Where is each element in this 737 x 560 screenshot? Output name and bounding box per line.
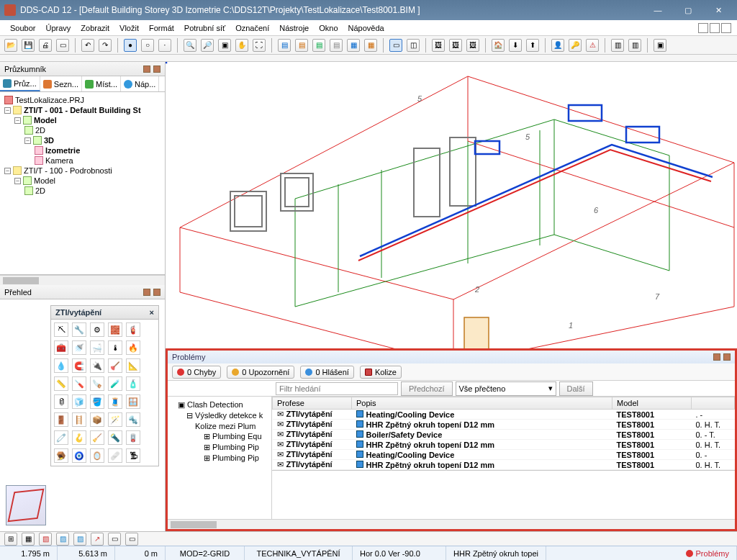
palette-tool-9[interactable]: 🔥	[126, 340, 140, 355]
tool-img2-icon[interactable]: 🖼	[449, 39, 462, 52]
tool-select-point-icon[interactable]: ·	[158, 39, 171, 52]
close-icon[interactable]: ×	[150, 308, 154, 317]
menu-insert[interactable]: Vložit	[115, 22, 143, 34]
palette-tool-18[interactable]: 🧪	[108, 376, 122, 391]
collision-tree[interactable]: ▣ Clash Detection ⊟ Výsledky detekce k K…	[168, 397, 272, 519]
tool-select-sphere-icon[interactable]: ●	[124, 39, 137, 52]
tool-person-icon[interactable]: 👤	[551, 39, 564, 52]
tree-collapse-icon[interactable]: −	[14, 178, 21, 184]
tool-key-icon[interactable]: 🔑	[569, 39, 582, 52]
palette-tool-37[interactable]: 🪞	[90, 448, 104, 463]
tool-zoom-region-icon[interactable]: ▣	[218, 39, 231, 52]
bt-axis-icon[interactable]: ↗	[91, 533, 104, 546]
tool-last-icon[interactable]: ▣	[654, 39, 666, 52]
filter-info[interactable]: 0 Hlášení	[300, 366, 353, 379]
palette-tool-23[interactable]: 🧵	[108, 394, 122, 409]
tool-layer1-icon[interactable]: ▤	[278, 39, 291, 52]
tree-collapse-icon[interactable]: −	[4, 107, 11, 114]
palette-tool-13[interactable]: 🪠	[108, 358, 122, 373]
palette-tool-21[interactable]: 🧊	[72, 394, 86, 409]
tree-collapse-icon[interactable]: −	[14, 117, 21, 124]
bt-view3-icon[interactable]: ▨	[73, 533, 86, 546]
palette-tool-34[interactable]: 🪫	[126, 430, 140, 445]
tool-open-icon[interactable]: 📂	[4, 39, 17, 52]
tool-save-icon[interactable]: 💾	[22, 39, 35, 52]
palette-tool-17[interactable]: 🪚	[90, 376, 104, 391]
tool-layer3-icon[interactable]: ▤	[312, 39, 325, 52]
minimize-button[interactable]: —	[643, 1, 672, 19]
menu-edit[interactable]: Úpravy	[41, 22, 75, 34]
explorer-tab-list[interactable]: Sezn...	[40, 76, 82, 91]
panel-pin-icon[interactable]	[713, 353, 720, 361]
tool-layer6-icon[interactable]: ▦	[364, 39, 377, 52]
palette-tool-4[interactable]: 🧯	[126, 322, 140, 337]
tool-layer5-icon[interactable]: ▦	[347, 39, 360, 52]
palette-tool-36[interactable]: 🧿	[72, 448, 86, 463]
palette-tool-3[interactable]: 🧱	[108, 322, 122, 337]
menu-mark[interactable]: Označení	[231, 22, 273, 34]
iso-thumbnail[interactable]	[6, 485, 46, 525]
explorer-tab-rooms[interactable]: Míst...	[82, 76, 121, 91]
explorer-tab-help[interactable]: Náp...	[121, 76, 159, 91]
tool-layer4-icon[interactable]: ▤	[330, 39, 343, 52]
bt-extra1-icon[interactable]: ▭	[108, 533, 121, 546]
menu-format[interactable]: Formát	[145, 22, 178, 34]
tool-pan-icon[interactable]: ✋	[235, 39, 248, 52]
table-row[interactable]: ZTI/vytápěníBoiler/Safety DeviceTEST8001…	[273, 430, 735, 440]
palette-tool-26[interactable]: 🪜	[72, 412, 86, 427]
palette-tool-22[interactable]: 🪣	[90, 394, 104, 409]
menu-view[interactable]: Zobrazit	[76, 22, 114, 34]
palette-tool-1[interactable]: 🔧	[72, 322, 86, 337]
read-combo[interactable]: Vše přečteno▾	[456, 381, 556, 396]
palette-tool-10[interactable]: 💧	[54, 358, 68, 373]
palette-tool-25[interactable]: 🚪	[54, 412, 68, 427]
palette-tool-27[interactable]: 📦	[90, 412, 104, 427]
prev-button[interactable]: Předchozí	[401, 381, 453, 396]
close-button[interactable]: ✕	[704, 1, 733, 19]
palette-tool-19[interactable]: 🧴	[126, 376, 140, 391]
menu-help[interactable]: Nápověda	[344, 22, 389, 34]
filter-warnings[interactable]: 0 Upozornění	[227, 366, 294, 379]
table-row[interactable]: ZTI/vytápěníHHR Zpětný okruh topení D12 …	[273, 440, 735, 450]
palette-tool-15[interactable]: 📏	[54, 376, 68, 391]
palette-tool-39[interactable]: 🗜	[126, 448, 140, 463]
menu-file[interactable]: Soubor	[6, 22, 40, 34]
palette-tool-14[interactable]: 📐	[126, 358, 140, 373]
palette-tool-5[interactable]: 🧰	[54, 340, 68, 355]
tool-panel1-icon[interactable]: ▥	[611, 39, 624, 52]
bt-grid-icon[interactable]: ⊞	[4, 533, 17, 546]
palette-title[interactable]: ZTI/vytápění×	[50, 305, 159, 320]
panel-close-icon[interactable]	[153, 66, 160, 73]
filter-input[interactable]	[276, 382, 398, 395]
palette-tool-7[interactable]: 🛁	[90, 340, 104, 355]
tool-floor-down-icon[interactable]: ⬇	[509, 39, 522, 52]
collision-table[interactable]: Profese Popis Model ZTI/vytápěníHeating/…	[272, 397, 735, 519]
palette-tool-29[interactable]: 🔩	[126, 412, 140, 427]
problems-hscroll[interactable]	[168, 519, 735, 529]
explorer-hscroll[interactable]	[0, 275, 165, 285]
status-problems[interactable]: Problémy	[679, 546, 737, 560]
tool-mode1-icon[interactable]: ▭	[389, 39, 402, 52]
palette-tool-30[interactable]: 🧷	[54, 430, 68, 445]
filter-collisions[interactable]: Kolize	[360, 366, 402, 379]
palette-tool-6[interactable]: 🚿	[72, 340, 86, 355]
maximize-button[interactable]: ▢	[674, 1, 702, 19]
palette-tool-31[interactable]: 🪝	[72, 430, 86, 445]
bt-view1-icon[interactable]: ▧	[39, 533, 52, 546]
explorer-tab-browser[interactable]: Průz...	[0, 76, 40, 91]
next-button[interactable]: Další	[559, 381, 593, 396]
tool-house-icon[interactable]: 🏠	[492, 39, 505, 52]
3d-viewport[interactable]: 5 5 6 7 2 1	[166, 62, 737, 348]
tool-panel2-icon[interactable]: ▥	[628, 39, 641, 52]
tool-undo-icon[interactable]: ↶	[81, 39, 94, 52]
table-row[interactable]: ZTI/vytápěníHeating/Cooling DeviceTEST80…	[273, 450, 735, 460]
palette-tool-2[interactable]: ⚙	[90, 322, 104, 337]
doc-restore-button[interactable]	[710, 23, 720, 33]
doc-minimize-button[interactable]	[698, 23, 708, 33]
tree-collapse-icon[interactable]: −	[4, 168, 11, 174]
tool-fit-icon[interactable]: ⛶	[253, 39, 266, 52]
tool-zoom-in-icon[interactable]: 🔍	[184, 39, 196, 52]
tool-print-icon[interactable]: 🖨	[39, 39, 52, 52]
tool-layer2-icon[interactable]: ▤	[295, 39, 308, 52]
panel-close-icon[interactable]	[723, 353, 731, 361]
